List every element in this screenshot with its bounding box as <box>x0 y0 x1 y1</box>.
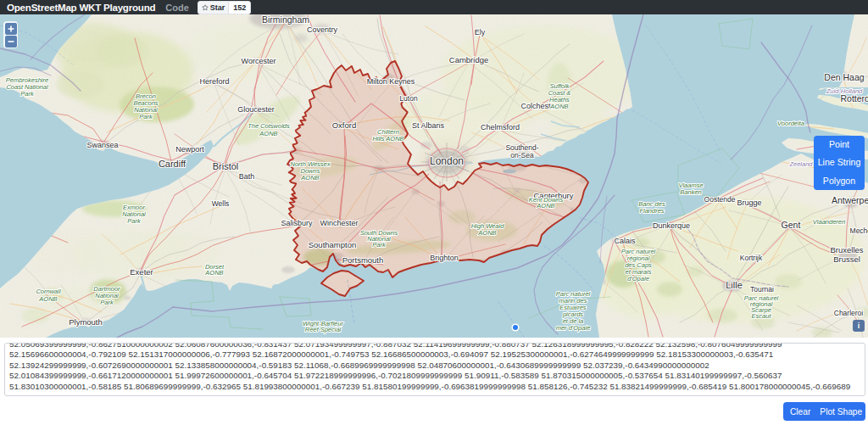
svg-text:Gloucester: Gloucester <box>237 105 275 114</box>
svg-text:Winchester: Winchester <box>320 219 358 227</box>
svg-text:Zeeland: Zeeland <box>788 160 813 168</box>
svg-text:AONB: AONB <box>204 269 223 277</box>
svg-text:Hills AONB: Hills AONB <box>372 135 403 143</box>
svg-text:Park: Park <box>100 299 114 306</box>
svg-text:Escaut: Escaut <box>752 312 772 320</box>
svg-text:Newport: Newport <box>175 145 204 154</box>
svg-text:Voordelta: Voordelta <box>777 120 804 127</box>
svg-text:Cornwall: Cornwall <box>36 288 61 295</box>
svg-text:Brussel: Brussel <box>833 254 860 264</box>
svg-text:AONB: AONB <box>38 295 57 303</box>
svg-text:Antwerpen: Antwerpen <box>832 195 868 205</box>
svg-text:Gent: Gent <box>782 220 801 230</box>
svg-text:AONB: AONB <box>477 229 496 237</box>
svg-text:Cardiff: Cardiff <box>159 159 186 169</box>
svg-text:Luton: Luton <box>399 94 418 103</box>
svg-text:Worcester: Worcester <box>242 57 276 65</box>
svg-text:Brighton: Brighton <box>430 254 459 262</box>
svg-text:Park: Park <box>127 217 142 225</box>
svg-text:Calais: Calais <box>614 237 636 245</box>
svg-text:Zuid-Holland: Zuid-Holland <box>826 87 863 95</box>
svg-text:Swansea: Swansea <box>86 141 118 149</box>
svg-text:Park: Park <box>20 90 35 98</box>
svg-text:AONB: AONB <box>300 174 319 182</box>
svg-text:AONB: AONB <box>549 103 568 110</box>
svg-text:AONB: AONB <box>536 202 554 210</box>
svg-text:Ely: Ely <box>475 28 486 36</box>
svg-text:Kortrijk: Kortrijk <box>740 254 763 262</box>
svg-text:Dunkerque: Dunkerque <box>653 221 690 230</box>
svg-text:Flandres: Flandres <box>639 207 664 215</box>
svg-text:d'Opale: d'Opale <box>627 275 649 282</box>
svg-text:Charleroi: Charleroi <box>834 309 864 317</box>
svg-text:Park: Park <box>139 113 153 120</box>
svg-text:Portsmouth: Portsmouth <box>342 255 384 265</box>
svg-text:mer d'Opale: mer d'Opale <box>556 324 591 332</box>
svg-text:Plymouth: Plymouth <box>69 317 103 327</box>
svg-text:Coventry: Coventry <box>307 25 338 34</box>
svg-text:Bristol: Bristol <box>213 161 239 171</box>
svg-text:Birmingham: Birmingham <box>262 14 309 25</box>
svg-text:Hereford: Hereford <box>199 77 229 86</box>
svg-text:Tournai: Tournai <box>750 285 774 294</box>
svg-text:Reef Special: Reef Special <box>305 326 342 333</box>
svg-text:AONB: AONB <box>259 130 277 137</box>
svg-text:Southampton: Southampton <box>309 240 357 249</box>
svg-text:Den Haag: Den Haag <box>824 72 864 82</box>
svg-text:Vlaanderen: Vlaanderen <box>813 218 845 226</box>
svg-text:Milton Keynes: Milton Keynes <box>367 77 415 86</box>
svg-text:Mechelen: Mechelen <box>850 226 868 235</box>
svg-text:Park: Park <box>372 241 387 249</box>
svg-text:Oxford: Oxford <box>332 120 357 130</box>
svg-text:Salisbury: Salisbury <box>281 219 313 227</box>
svg-text:Cambridge: Cambridge <box>449 55 488 64</box>
svg-text:Exeter: Exeter <box>130 267 153 277</box>
svg-text:Oostende: Oostende <box>704 195 736 204</box>
svg-text:Chelmsford: Chelmsford <box>481 123 520 131</box>
svg-text:Wells: Wells <box>212 199 230 208</box>
svg-text:on-Sea: on-Sea <box>510 151 534 159</box>
svg-text:Banken: Banken <box>680 188 701 196</box>
svg-text:London: London <box>430 155 464 167</box>
svg-text:Brugge: Brugge <box>737 199 761 207</box>
svg-text:Lille: Lille <box>726 280 743 290</box>
svg-text:Bruxelles: Bruxelles <box>830 245 863 254</box>
svg-text:Bath: Bath <box>239 172 255 181</box>
svg-text:St Albans: St Albans <box>412 121 445 130</box>
svg-text:The Cotswolds: The Cotswolds <box>248 122 290 130</box>
